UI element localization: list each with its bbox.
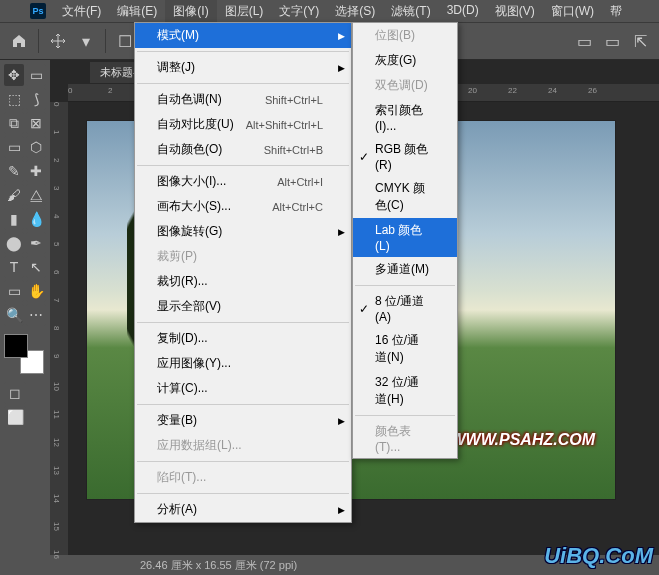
watermark-uibq: UiBQ.CoM [544, 543, 653, 569]
menu-item[interactable]: 画布大小(S)...Alt+Ctrl+C [135, 194, 351, 219]
menu-item[interactable]: 图像大小(I)...Alt+Ctrl+I [135, 169, 351, 194]
menu-item: 陷印(T)... [135, 465, 351, 490]
panel-icon[interactable]: ▭ [603, 32, 621, 50]
menu-1[interactable]: 编辑(E) [109, 0, 165, 23]
gradient-tool[interactable]: ▮ [4, 208, 24, 230]
brush-tool[interactable]: 🖌 [4, 184, 24, 206]
frame-tool[interactable]: ⊠ [26, 112, 46, 134]
marquee-rect-tool[interactable]: ▭ [4, 136, 24, 158]
pen-tool[interactable]: ✒ [26, 232, 46, 254]
menu-item: 位图(B) [353, 23, 457, 48]
watermark-psahz: WWW.PSAHZ.COM [450, 431, 595, 449]
image-menu-dropdown: 模式(M)▶调整(J)▶自动色调(N)Shift+Ctrl+L自动对比度(U)A… [134, 22, 352, 523]
hand-tool[interactable]: ✋ [26, 280, 46, 302]
share-icon[interactable]: ⇱ [631, 32, 649, 50]
quickmask-tool[interactable]: ◻ [4, 382, 26, 404]
move-icon[interactable] [49, 32, 67, 50]
menu-item[interactable]: 自动色调(N)Shift+Ctrl+L [135, 87, 351, 112]
path-tool[interactable]: ↖ [26, 256, 46, 278]
menu-7[interactable]: 3D(D) [439, 0, 487, 23]
menu-item[interactable]: ✓8 位/通道(A) [353, 289, 457, 328]
menu-item[interactable]: 多通道(M) [353, 257, 457, 282]
dodge-tool[interactable]: ⬤ [4, 232, 24, 254]
eyedropper-tool[interactable]: ✎ [4, 160, 24, 182]
status-bar: 26.46 厘米 x 16.55 厘米 (72 ppi) [50, 555, 297, 575]
screenmode-tool[interactable]: ⬜ [4, 406, 26, 428]
blur-tool[interactable]: 💧 [26, 208, 46, 230]
shape-tool[interactable]: ▭ [4, 280, 24, 302]
mode-submenu-dropdown: 位图(B)灰度(G)双色调(D)索引颜色(I)...✓RGB 颜色(R)CMYK… [352, 22, 458, 459]
zoom-tool[interactable]: 🔍 [4, 304, 24, 326]
more-tool[interactable]: ⋯ [26, 304, 46, 326]
menu-item[interactable]: 自动颜色(O)Shift+Ctrl+B [135, 137, 351, 162]
menu-item[interactable]: 32 位/通道(H) [353, 370, 457, 412]
menu-item[interactable]: 复制(D)... [135, 326, 351, 351]
menu-item: 应用数据组(L)... [135, 433, 351, 458]
clone-tool[interactable]: ⧋ [26, 184, 46, 206]
menu-item[interactable]: 模式(M)▶ [135, 23, 351, 48]
menu-9[interactable]: 窗口(W) [543, 0, 602, 23]
marquee-tool[interactable]: ⬚ [4, 88, 24, 110]
dropdown-icon[interactable]: ▾ [77, 32, 95, 50]
ps-logo: Ps [30, 3, 46, 19]
menu-item[interactable]: CMYK 颜色(C) [353, 176, 457, 218]
menu-item[interactable]: 显示全部(V) [135, 294, 351, 319]
menu-item[interactable]: 计算(C)... [135, 376, 351, 401]
menubar: Ps 文件(F)编辑(E)图像(I)图层(L)文字(Y)选择(S)滤镜(T)3D… [0, 0, 659, 22]
panel-icon[interactable]: ▭ [575, 32, 593, 50]
tool-palette: ✥▭ ⬚⟆ ⧉⊠ ▭⬡ ✎✚ 🖌⧋ ▮💧 ⬤✒ T↖ ▭✋ 🔍⋯ ◻ ⬜ [0, 60, 50, 555]
menu-10[interactable]: 帮 [602, 0, 630, 23]
menu-item[interactable]: 灰度(G) [353, 48, 457, 73]
menu-item[interactable]: 裁切(R)... [135, 269, 351, 294]
menu-item[interactable]: 调整(J)▶ [135, 55, 351, 80]
menu-item[interactable]: 索引颜色(I)... [353, 98, 457, 137]
status-text: 26.46 厘米 x 16.55 厘米 (72 ppi) [140, 558, 297, 573]
foreground-color[interactable] [4, 334, 28, 358]
menu-8[interactable]: 视图(V) [487, 0, 543, 23]
move-tool[interactable]: ✥ [4, 64, 24, 86]
menu-item[interactable]: 分析(A)▶ [135, 497, 351, 522]
menu-3[interactable]: 图层(L) [217, 0, 272, 23]
menu-item[interactable]: Lab 颜色(L) [353, 218, 457, 257]
ruler-vertical: 012345678910111213141516 [50, 102, 68, 555]
menu-item[interactable]: 变量(B)▶ [135, 408, 351, 433]
menu-item[interactable]: 图像旋转(G)▶ [135, 219, 351, 244]
color-swatches[interactable] [4, 334, 44, 374]
home-icon[interactable] [10, 32, 28, 50]
quick-select-tool[interactable]: ⬡ [26, 136, 46, 158]
menu-2[interactable]: 图像(I) [165, 0, 216, 23]
menu-item: 双色调(D) [353, 73, 457, 98]
menu-4[interactable]: 文字(Y) [271, 0, 327, 23]
menu-6[interactable]: 滤镜(T) [383, 0, 438, 23]
artboard-tool[interactable]: ▭ [26, 64, 46, 86]
heal-tool[interactable]: ✚ [26, 160, 46, 182]
menu-item: 裁剪(P) [135, 244, 351, 269]
menu-0[interactable]: 文件(F) [54, 0, 109, 23]
menu-item[interactable]: 16 位/通道(N) [353, 328, 457, 370]
type-tool[interactable]: T [4, 256, 24, 278]
menu-item[interactable]: 自动对比度(U)Alt+Shift+Ctrl+L [135, 112, 351, 137]
crop-tool[interactable]: ⧉ [4, 112, 24, 134]
checkbox-icon[interactable]: ☐ [116, 32, 134, 50]
lasso-tool[interactable]: ⟆ [26, 88, 46, 110]
menu-5[interactable]: 选择(S) [327, 0, 383, 23]
menu-item: 颜色表(T)... [353, 419, 457, 458]
menu-item[interactable]: 应用图像(Y)... [135, 351, 351, 376]
menu-item[interactable]: ✓RGB 颜色(R) [353, 137, 457, 176]
